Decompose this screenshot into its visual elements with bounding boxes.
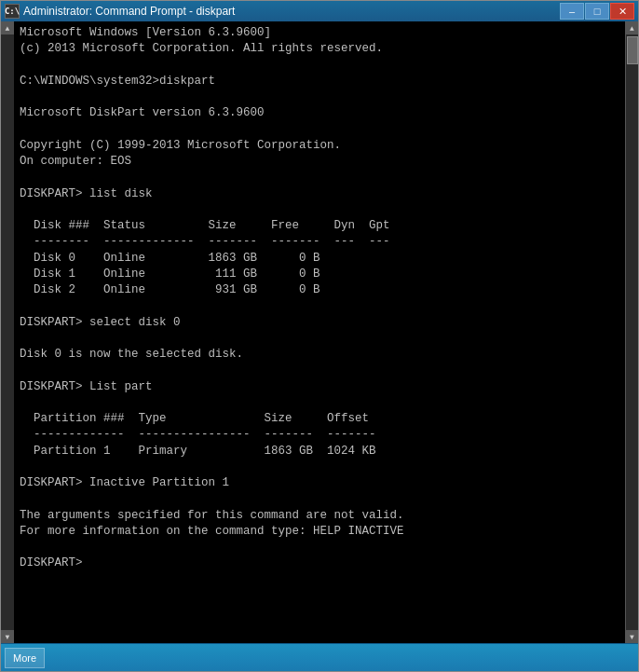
- window: C:\ Administrator: Command Prompt - disk…: [0, 0, 639, 672]
- terminal-output[interactable]: Microsoft Windows [Version 6.3.9600] (c)…: [14, 21, 625, 643]
- window-controls: – □ ✕: [560, 3, 634, 20]
- window-title: Administrator: Command Prompt - diskpart: [23, 5, 235, 18]
- taskbar: More: [1, 643, 638, 671]
- scroll-up-arrow[interactable]: ▲: [1, 21, 14, 34]
- right-scrollbar[interactable]: ▲ ▼: [625, 21, 638, 643]
- close-button[interactable]: ✕: [610, 3, 634, 20]
- scroll-right-up[interactable]: ▲: [626, 21, 639, 34]
- app-icon: C:\: [5, 4, 20, 19]
- scroll-track-left: [1, 34, 14, 630]
- content-area: ▲ ▼ Microsoft Windows [Version 6.3.9600]…: [1, 21, 638, 643]
- terminal-text: Microsoft Windows [Version 6.3.9600] (c)…: [20, 25, 619, 572]
- scroll-thumb[interactable]: [627, 36, 638, 64]
- scroll-right-down[interactable]: ▼: [626, 630, 639, 643]
- title-bar: C:\ Administrator: Command Prompt - disk…: [1, 1, 638, 21]
- maximize-button[interactable]: □: [585, 3, 609, 20]
- minimize-button[interactable]: –: [560, 3, 584, 20]
- more-button[interactable]: More: [5, 648, 45, 668]
- left-scrollbar[interactable]: ▲ ▼: [1, 21, 14, 643]
- scroll-track-right: [626, 64, 639, 630]
- scroll-down-arrow[interactable]: ▼: [1, 630, 14, 643]
- title-bar-left: C:\ Administrator: Command Prompt - disk…: [5, 4, 235, 19]
